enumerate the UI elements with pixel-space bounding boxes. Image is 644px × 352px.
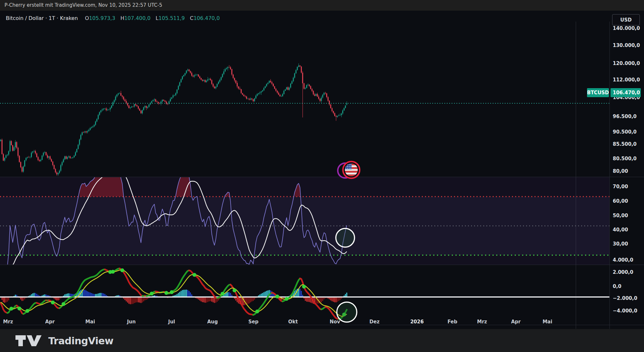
time-axis-label: Jun [127,319,136,325]
rsi-axis-label: 60,00 [613,198,628,204]
macd-cross-dot [275,295,279,299]
price-axis-label: 120.000,0 [613,60,640,66]
macd-cross-dot [17,307,21,310]
price-axis-label: 140.000,0 [613,25,640,31]
macd-cross-dot [9,307,13,310]
rsi-highlight-circle[interactable] [336,228,355,247]
time-axis-label: Mrz [3,319,13,325]
time-axis-label: Dez [369,319,379,325]
rsi-band [0,197,610,255]
currency-button[interactable]: USD [612,14,640,25]
footer-bar: TradingView [0,329,644,352]
macd-axis-label: −4.000,0 [613,308,637,314]
time-axis-label: Aug [207,319,218,325]
rsi-axis-label: 40,00 [613,227,628,233]
macd-axis-label: 4.000,0 [613,257,633,263]
tradingview-logo-icon [15,333,44,348]
rsi-axis-label: 70,00 [613,184,628,190]
macd-cross-dot [165,291,168,295]
macd-cross-dot [25,309,29,313]
macd-axis-label: 2.000,0 [613,269,633,275]
macd-cross-dot [170,290,174,294]
ohlc-low: L105.511,9 [156,15,185,21]
attribution-text: P-Cherry erstellt mit TradingView.com, N… [5,2,162,8]
price-axis-label: 85.500,0 [613,141,637,147]
time-scale[interactable]: MrzAprMaiJunJulAugSepOktNovDez2026FebMrz… [0,314,610,329]
price-axis-label: 80.500,0 [613,156,637,162]
macd-series [0,268,610,319]
price-axis-label: 112.000,0 [613,77,640,83]
macd-axis-label: −2.000,0 [613,295,637,301]
time-axis-label: Okt [288,319,298,325]
macd-cross-dot [120,268,124,272]
price-axis-label: 90.500,0 [613,129,637,135]
ohlc-close: C106.470,0 [190,15,220,21]
attribution-bar: P-Cherry erstellt mit TradingView.com, N… [0,0,644,11]
time-axis-label: Apr [511,319,521,325]
time-axis-label: Mai [543,319,552,325]
time-axis-label: Nov [330,319,340,325]
symbol-title[interactable]: Bitcoin / Dollar · 1T · Kraken [6,15,78,21]
chart-canvas[interactable] [0,11,644,352]
time-axis-label: Mrz [477,319,487,325]
last-price-tag: 106.470,0 [611,88,641,97]
macd-cross-dot [62,302,65,306]
symbol-info-bar: Bitcoin / Dollar · 1T · Kraken O105.973,… [6,14,225,22]
macd-cross-dot [255,310,259,313]
macd-axis-label: 0,0 [613,283,621,289]
ohlc-open: O105.973,3 [85,15,115,21]
price-axis-label: 96.500,0 [613,114,637,119]
price-scale[interactable]: 140.000,0130.000,0120.000,0112.000,0104.… [610,11,644,329]
brand-name: TradingView [48,335,113,347]
macd-cross-dot [51,301,55,304]
price-axis-label: 130.000,0 [613,42,640,48]
macd-cross-dot [193,273,196,277]
candlestick-series [0,63,347,176]
chart-area[interactable]: Bitcoin / Dollar · 1T · Kraken O105.973,… [0,11,644,329]
tradingview-chart-snapshot: P-Cherry erstellt mit TradingView.com, N… [0,0,644,352]
macd-cross-dot [232,289,236,292]
rsi-axis-label: 30,00 [613,241,628,247]
time-axis-label: Mai [85,319,95,325]
macd-cross-dot [285,297,289,301]
ohlc-high: H107.400,0 [120,15,150,21]
time-axis-label: Apr [45,319,55,325]
time-axis-label: Feb [448,319,458,325]
macd-cross-dot [111,270,115,274]
macd-cross-dot [150,292,154,295]
us-flag-icon[interactable] [338,162,360,178]
tradingview-logo[interactable]: TradingView [15,333,113,348]
macd-cross-dot [302,285,306,289]
last-price-symbol-tag: BTCUSD [587,88,609,97]
time-axis-label: Jul [168,319,175,325]
macd-cross-dot [221,292,224,296]
rsi-axis-label: 50,00 [613,213,628,218]
time-axis-label: 2026 [410,319,424,325]
rsi-axis-label: 80,00 [613,168,628,174]
time-axis-label: Sep [248,319,259,325]
